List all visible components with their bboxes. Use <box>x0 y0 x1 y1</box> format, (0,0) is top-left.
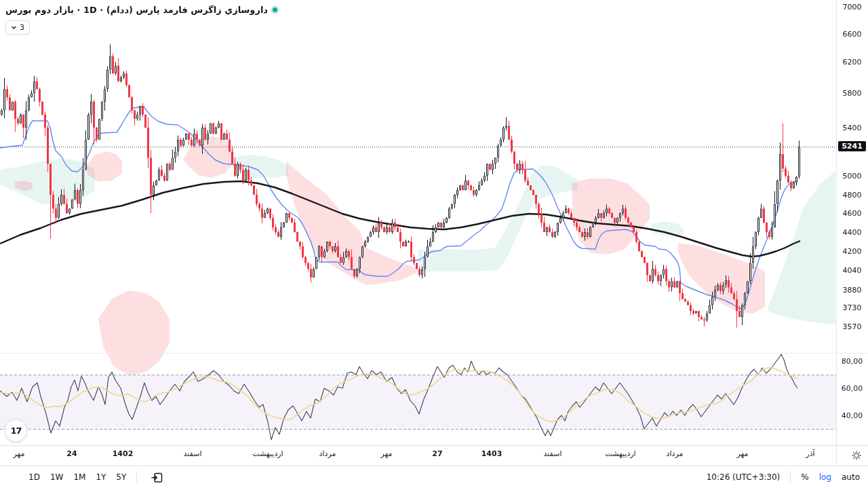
time-axis-tick: مهر <box>13 449 24 458</box>
range-button-1d[interactable]: 1D <box>28 472 40 482</box>
time-axis-tick: اسفند <box>544 449 562 458</box>
last-price-label: 5241 <box>838 141 866 151</box>
symbol-legend: داروسازي زاگرس فارمد پارس (ددام) · 1D · … <box>5 5 277 15</box>
price-axis-tick: 5400 <box>836 124 868 132</box>
indicators-collapse-button[interactable]: 3 <box>5 20 30 35</box>
time-axis-tick: مرداد <box>667 449 684 458</box>
time-axis-tick: 24 <box>66 449 77 458</box>
price-axis-tick: 3570 <box>836 322 868 331</box>
indicator-count: 3 <box>20 23 24 32</box>
go-to-date-button[interactable] <box>150 470 164 485</box>
price-axis-tick: 4600 <box>836 209 868 218</box>
price-axis-tick: 4800 <box>836 191 868 200</box>
price-axis-tick: 4200 <box>836 247 868 256</box>
bottom-toolbar: 1D1W1M1Y5Y 10:26 (UTC+3:30) % log auto <box>0 466 868 488</box>
oscillator-axis-tick: 80,00 <box>836 357 868 366</box>
oscillator-axis-tick: 60,00 <box>836 384 868 393</box>
time-axis-tick: 27 <box>432 449 442 458</box>
scale-controls: 10:26 (UTC+3:30) % log auto <box>707 466 860 488</box>
range-buttons: 1D1W1M1Y5Y <box>28 466 164 488</box>
time-axis-tick: آذر <box>806 449 814 458</box>
price-axis-tick: 5800 <box>836 89 868 98</box>
time-axis-tick: 1403 <box>481 449 502 458</box>
trading-chart-app: داروسازي زاگرس فارمد پارس (ددام) · 1D · … <box>0 0 868 488</box>
price-axis-tick: 5000 <box>836 172 868 181</box>
time-axis-tick: اردیبهشت <box>252 449 283 458</box>
price-axis-tick: 7000 <box>836 3 868 12</box>
oscillator-axis-tick: 40,00 <box>836 411 868 420</box>
chart-canvas[interactable] <box>0 0 836 445</box>
market-status-dot <box>273 7 277 12</box>
time-axis-tick: اردیبهشت <box>605 449 635 458</box>
calendar-arrow-icon <box>150 470 164 485</box>
chevron-down-icon <box>11 24 17 31</box>
range-button-5y[interactable]: 5Y <box>116 472 126 482</box>
price-axis-tick: 6200 <box>836 58 868 67</box>
toolbar-divider <box>790 471 791 483</box>
time-axis-tick: 1402 <box>113 449 134 458</box>
clock-timezone-label[interactable]: 10:26 (UTC+3:30) <box>707 472 781 482</box>
time-axis-tick: مهر <box>380 449 392 458</box>
percent-scale-button[interactable]: % <box>801 472 808 482</box>
price-axis-tick: 3730 <box>836 303 868 312</box>
time-axis-border <box>0 445 868 446</box>
pane-separator[interactable] <box>0 353 868 354</box>
toolbar-divider <box>136 471 137 483</box>
range-button-1w[interactable]: 1W <box>50 472 64 482</box>
range-button-1y[interactable]: 1Y <box>96 472 106 482</box>
tradingview-logo-glyph: 17 <box>10 426 21 436</box>
price-axis-tick: 6600 <box>836 30 868 39</box>
gear-icon[interactable] <box>850 449 863 462</box>
symbol-title[interactable]: داروسازي زاگرس فارمد پارس (ددام) · 1D · … <box>5 5 268 15</box>
price-axis-tick: 3880 <box>836 286 868 295</box>
price-axis-tick: 4400 <box>836 228 868 237</box>
time-axis-tick: مهر <box>736 449 748 458</box>
price-axis-tick: 4040 <box>836 266 868 275</box>
tradingview-logo: 17 <box>5 420 26 441</box>
time-axis-tick: اسفند <box>184 449 202 458</box>
range-button-1m[interactable]: 1M <box>73 472 85 482</box>
auto-scale-button[interactable]: auto <box>842 472 860 482</box>
time-axis-tick: مرداد <box>319 449 336 458</box>
log-scale-button[interactable]: log <box>819 472 831 482</box>
